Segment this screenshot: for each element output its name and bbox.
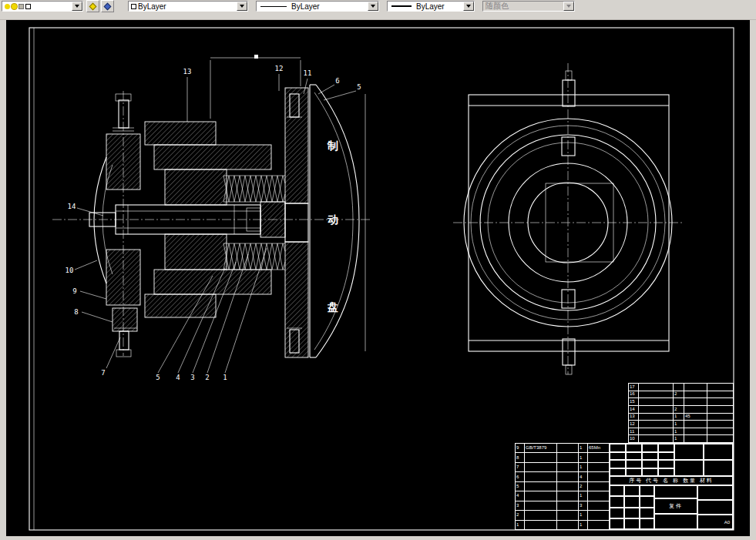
front-view <box>453 63 683 374</box>
make-object-layer-current-button[interactable] <box>86 0 99 12</box>
parts-row: 111 <box>629 428 734 435</box>
parts-row: 15 <box>629 398 734 406</box>
parts-row: 17 <box>629 384 734 391</box>
disc-label-char-3: 盘 <box>327 300 338 313</box>
color-dropdown-arrow[interactable] <box>237 2 247 11</box>
parts-row: 11 <box>516 520 610 530</box>
parts-list-upper: 17 162 15 142 13145 121 111 101 <box>628 383 734 443</box>
plotstyle-value: 随颜色 <box>486 1 509 12</box>
callout-label: 1 <box>223 374 227 381</box>
parts-row: 162 <box>629 391 734 398</box>
lineweight-value: ByLayer <box>416 2 445 11</box>
layers-icon <box>89 2 97 10</box>
layer-lock-icon <box>18 4 24 9</box>
model-space-canvas[interactable]: .o{stroke:#fff;fill:none;stroke-width:1.… <box>6 20 750 536</box>
revision-grid <box>610 444 674 476</box>
callout-label: 5 <box>156 374 160 381</box>
sheet-size: A0 <box>697 515 733 529</box>
parts-row: 81 <box>516 453 610 462</box>
titleblock-header: 序号 代号 名 称 数量 材料 <box>610 476 733 485</box>
parts-row: 21 <box>516 511 610 520</box>
chevron-down-icon <box>240 5 244 8</box>
parts-row: 41 <box>516 491 610 501</box>
drawing-number-cells <box>674 444 733 476</box>
chevron-down-icon <box>371 5 375 8</box>
linetype-value: ByLayer <box>291 2 320 11</box>
linetype-sample-icon <box>260 6 287 7</box>
plotstyle-combo: 随颜色 <box>482 1 575 12</box>
callout-label: 6 <box>335 77 339 85</box>
parts-list-lower: 9GB/T3879165Mn 81 71 64 52 41 33 21 11 <box>515 443 610 530</box>
color-swatch <box>131 4 136 9</box>
callout-label: 11 <box>304 69 312 77</box>
parts-row: 121 <box>629 421 734 428</box>
color-combo[interactable]: ByLayer <box>128 1 248 12</box>
callout-label: 3 <box>190 374 194 381</box>
callouts: 13 12 11 6 5 14 10 9 8 7 5 4 3 2 1 <box>66 65 361 381</box>
lineweight-combo[interactable]: ByLayer <box>387 1 475 12</box>
spring-upper <box>223 176 285 202</box>
callout-label: 10 <box>66 267 74 274</box>
disc-label-char-1: 制 <box>327 139 338 152</box>
layer-on-icon <box>5 4 10 9</box>
chevron-down-icon <box>566 5 571 8</box>
layer-previous-icon <box>104 2 112 10</box>
disc-label-char-2: 动 <box>327 213 338 226</box>
callout-label: 13 <box>183 68 192 75</box>
linetype-dropdown-arrow[interactable] <box>368 2 378 11</box>
callout-label: 14 <box>68 203 76 210</box>
callout-label: 2 <box>205 374 209 381</box>
parts-row: 52 <box>516 481 610 491</box>
parts-row: 33 <box>516 501 610 510</box>
lineweight-dropdown-arrow[interactable] <box>463 2 474 11</box>
signature-grid <box>610 485 654 529</box>
parts-row: 13145 <box>629 413 734 421</box>
copy-label: 复件 <box>654 498 697 514</box>
callout-label: 4 <box>176 374 180 381</box>
parts-row: 101 <box>629 435 734 443</box>
chevron-down-icon <box>75 5 79 8</box>
parts-row: 142 <box>629 405 734 413</box>
callout-label: 5 <box>357 83 361 91</box>
layer-color-chip <box>25 4 31 9</box>
parts-row: 71 <box>516 462 610 471</box>
layer-combo[interactable] <box>2 1 83 12</box>
callout-label: 9 <box>72 287 76 295</box>
color-value: ByLayer <box>138 2 166 11</box>
layer-previous-button[interactable] <box>101 0 114 12</box>
spring-lower <box>223 243 285 270</box>
linetype-combo[interactable]: ByLayer <box>256 1 379 12</box>
callout-label: 8 <box>74 308 78 316</box>
plotstyle-dropdown-arrow <box>563 2 574 11</box>
title-right-column: A0 <box>697 485 733 529</box>
callout-label: 7 <box>101 369 105 377</box>
chevron-down-icon <box>466 5 471 8</box>
title-block: 序号 代号 名 称 数量 材料 复件 A0 <box>609 443 734 530</box>
properties-toolbar: ByLayer ByLayer ByLayer 随颜色 <box>0 0 756 20</box>
layer-dropdown-arrow[interactable] <box>72 2 82 11</box>
callout-label: 12 <box>275 65 284 72</box>
layer-freeze-icon <box>12 4 17 9</box>
title-mid-column: 复件 <box>654 485 697 529</box>
lineweight-sample-icon <box>391 5 412 7</box>
parts-row: 9GB/T3879165Mn <box>516 444 610 453</box>
parts-row: 64 <box>516 472 610 481</box>
